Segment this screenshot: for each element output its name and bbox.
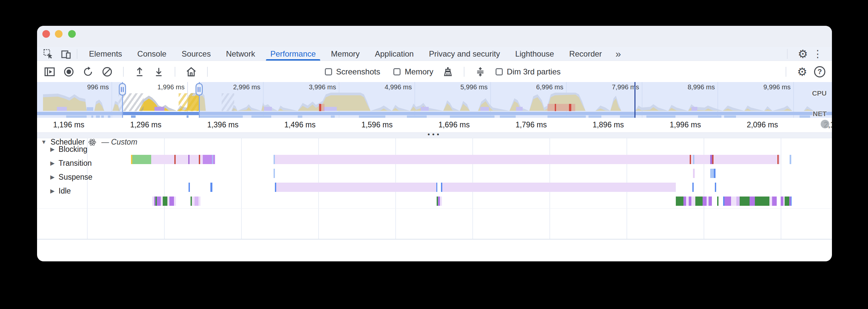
scheduler-track-area[interactable]: ▼Scheduler— Custom▶Blocking▶Transition▶S… xyxy=(37,138,832,239)
idle-span[interactable] xyxy=(703,196,707,206)
idle-span[interactable] xyxy=(686,196,689,206)
idle-span[interactable] xyxy=(194,196,198,206)
long-task-marker-tick xyxy=(569,104,571,111)
idle-span[interactable] xyxy=(785,196,789,206)
blocking-span[interactable] xyxy=(203,155,212,164)
tab-lighthouse[interactable]: Lighthouse xyxy=(507,47,561,61)
idle-span[interactable] xyxy=(717,196,718,206)
screenshots-label: Screenshots xyxy=(336,67,380,76)
tab-privacy-and-security[interactable]: Privacy and security xyxy=(422,47,508,61)
suspense-span[interactable] xyxy=(189,183,190,192)
overview-tick-label: 4,996 ms xyxy=(355,83,412,91)
suspense-span[interactable] xyxy=(436,183,437,192)
tab-application[interactable]: Application xyxy=(367,47,421,61)
idle-span[interactable] xyxy=(731,196,736,206)
clear-icon[interactable] xyxy=(100,64,115,79)
idle-span[interactable] xyxy=(157,196,161,206)
zoom-window-button[interactable] xyxy=(68,30,76,38)
timeline-overview[interactable]: 996 ms1,996 ms2,996 ms3,996 ms4,996 ms5,… xyxy=(37,82,832,118)
capture-settings-gear-icon[interactable]: ⚙ xyxy=(795,64,809,79)
idle-span[interactable] xyxy=(689,196,691,206)
idle-span[interactable] xyxy=(163,196,167,206)
garbage-collect-icon[interactable] xyxy=(441,64,455,79)
suspense-span[interactable] xyxy=(210,183,212,192)
tab-performance[interactable]: Performance xyxy=(262,47,323,61)
blocking-span[interactable] xyxy=(275,155,690,164)
tab-console[interactable]: Console xyxy=(130,47,174,61)
close-window-button[interactable] xyxy=(42,30,50,38)
blocking-span[interactable] xyxy=(132,155,151,164)
idle-span[interactable] xyxy=(740,196,750,206)
track-row-blocking[interactable]: ▶Blocking xyxy=(50,145,87,154)
idle-span[interactable] xyxy=(724,196,731,206)
idle-span[interactable] xyxy=(440,196,442,206)
selection-right-handle[interactable]: || xyxy=(195,83,203,96)
screenshots-checkbox[interactable] xyxy=(325,68,332,75)
transition-span[interactable] xyxy=(710,169,714,178)
blocking-span[interactable] xyxy=(789,155,791,164)
idle-span[interactable] xyxy=(769,196,772,206)
blocking-span[interactable] xyxy=(190,155,199,164)
tab-memory[interactable]: Memory xyxy=(323,47,368,61)
idle-span[interactable] xyxy=(676,196,683,206)
transition-span[interactable] xyxy=(714,169,715,178)
suspense-span[interactable] xyxy=(692,183,694,192)
blocking-span[interactable] xyxy=(779,155,780,164)
screenshots-checkbox-group[interactable]: Screenshots xyxy=(325,67,380,76)
more-tabs-icon[interactable]: » xyxy=(610,48,626,60)
idle-span[interactable] xyxy=(192,196,194,206)
idle-span[interactable] xyxy=(755,196,769,206)
idle-span[interactable] xyxy=(736,196,740,206)
reload-and-record-icon[interactable] xyxy=(81,64,95,79)
home-live-metrics-icon[interactable] xyxy=(184,64,198,79)
blocking-span[interactable] xyxy=(200,155,203,164)
collapse-triangle-icon[interactable]: ▼ xyxy=(41,139,46,146)
dim-3rd-parties-checkbox-group[interactable]: Dim 3rd parties xyxy=(496,67,561,76)
idle-span[interactable] xyxy=(790,196,792,206)
blocking-span[interactable] xyxy=(176,155,188,164)
tab-elements[interactable]: Elements xyxy=(82,47,130,61)
inspect-element-icon[interactable] xyxy=(42,48,55,60)
blocking-span[interactable] xyxy=(213,155,215,164)
help-icon[interactable]: ? xyxy=(814,66,825,78)
selection-left-handle[interactable]: || xyxy=(119,83,126,96)
idle-span[interactable] xyxy=(691,196,695,206)
scrollbar-thumb[interactable] xyxy=(821,120,829,128)
dim-3rd-parties-checkbox[interactable] xyxy=(496,68,503,75)
transition-span[interactable] xyxy=(693,169,695,178)
minimize-window-button[interactable] xyxy=(55,30,63,38)
playhead-line[interactable] xyxy=(634,82,636,118)
panel-resize-handle[interactable]: ••• xyxy=(37,132,832,138)
upload-profile-icon[interactable] xyxy=(132,64,147,79)
idle-span[interactable] xyxy=(198,196,200,206)
blocking-span[interactable] xyxy=(694,155,710,164)
idle-span[interactable] xyxy=(169,196,174,206)
blocking-span[interactable] xyxy=(151,155,174,164)
memory-checkbox-group[interactable]: Memory xyxy=(393,67,433,76)
idle-span[interactable] xyxy=(174,196,176,206)
idle-span[interactable] xyxy=(683,196,686,206)
download-profile-icon[interactable] xyxy=(152,64,166,79)
toggle-sidebar-icon[interactable] xyxy=(42,64,57,79)
kebab-menu-icon[interactable]: ⋮ xyxy=(809,48,826,60)
device-toolbar-icon[interactable] xyxy=(60,48,73,60)
tab-sources[interactable]: Sources xyxy=(174,47,218,61)
idle-span[interactable] xyxy=(750,196,755,206)
settings-gear-icon[interactable]: ⚙ xyxy=(796,48,809,60)
suspense-span[interactable] xyxy=(276,183,436,192)
memory-checkbox[interactable] xyxy=(393,68,401,75)
expand-triangle-icon[interactable]: ▶ xyxy=(50,146,55,153)
record-icon[interactable] xyxy=(62,64,76,79)
suspense-span[interactable] xyxy=(715,183,716,192)
transition-span[interactable] xyxy=(274,169,275,178)
tab-recorder[interactable]: Recorder xyxy=(562,47,610,61)
blocking-span[interactable] xyxy=(714,155,777,164)
idle-span[interactable] xyxy=(695,196,703,206)
idle-span[interactable] xyxy=(709,196,712,206)
collapse-tracks-icon[interactable] xyxy=(473,64,488,79)
suspense-span[interactable] xyxy=(442,183,676,192)
tab-network[interactable]: Network xyxy=(218,47,262,61)
idle-span[interactable] xyxy=(772,196,777,206)
idle-span[interactable] xyxy=(781,196,783,206)
overview-tick-label: 5,996 ms xyxy=(431,83,488,91)
